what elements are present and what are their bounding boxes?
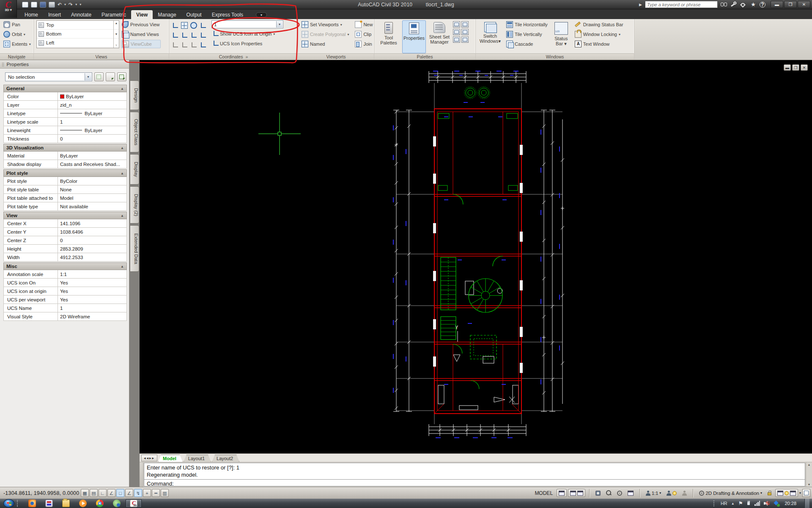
property-row[interactable]: Width4912.2533 bbox=[3, 253, 127, 262]
model-space-button[interactable]: MODEL bbox=[532, 490, 555, 496]
annotation-visibility-button[interactable] bbox=[664, 489, 679, 497]
ucs-zaxis-icon[interactable] bbox=[200, 32, 206, 39]
collapse-icon[interactable]: ▲ bbox=[121, 146, 124, 150]
lineweight-toggle[interactable]: ━ bbox=[152, 489, 160, 497]
ucs-z-icon[interactable] bbox=[190, 32, 197, 39]
ucs-view-icon[interactable] bbox=[172, 41, 178, 48]
ucs-icon[interactable] bbox=[200, 22, 206, 29]
property-row[interactable]: LinetypeByLayer bbox=[3, 109, 127, 118]
ucs-name-combo[interactable]: 1▾ bbox=[211, 20, 283, 28]
panel-caption-navigate[interactable]: Navigate bbox=[0, 53, 33, 60]
switch-windows-button[interactable]: Switch Windows▾ bbox=[478, 20, 502, 53]
property-row[interactable]: Linetype scale1 bbox=[3, 118, 127, 126]
views-listbox[interactable]: Top Bottom Left ▲ ▼ ▿ bbox=[36, 20, 119, 48]
new-viewport-button[interactable]: New bbox=[354, 20, 373, 29]
extents-button[interactable]: Extents▾ bbox=[3, 40, 32, 48]
window-locking-button[interactable]: Window Locking▾ bbox=[574, 30, 624, 39]
clean-screen-button[interactable] bbox=[802, 489, 810, 497]
scroll-up-icon[interactable]: ▲ bbox=[808, 463, 811, 466]
status-tray-group[interactable] bbox=[775, 489, 798, 497]
cascade-button[interactable]: Cascade bbox=[505, 40, 549, 48]
command-window-grip[interactable] bbox=[140, 462, 143, 487]
ucs-object-icon[interactable] bbox=[190, 22, 197, 29]
tab-output[interactable]: Output bbox=[181, 10, 207, 19]
status-bar-button[interactable]: Status Bar ▾ bbox=[552, 20, 571, 53]
set-viewports-button[interactable]: Set Viewports▾ bbox=[301, 20, 350, 29]
collapse-icon[interactable]: ▲ bbox=[121, 214, 124, 218]
pan-status-button[interactable] bbox=[593, 489, 603, 497]
taskbar-chrome[interactable] bbox=[92, 499, 108, 508]
collapse-icon[interactable]: ▲ bbox=[121, 265, 124, 268]
clip-viewport-button[interactable]: Clip bbox=[354, 30, 373, 39]
named-views-button[interactable]: Named Views bbox=[121, 30, 161, 39]
combo-arrow-icon[interactable]: ▾ bbox=[276, 21, 283, 28]
command-prompt[interactable]: Command: bbox=[144, 479, 805, 488]
create-polygonal-button[interactable]: Create Polygonal▾ bbox=[301, 30, 350, 39]
calculator-icon[interactable] bbox=[461, 29, 469, 35]
property-row[interactable]: Plot table attached toModel bbox=[3, 194, 127, 202]
restore-button[interactable]: ❐ bbox=[784, 1, 797, 8]
tab-insert[interactable]: Insert bbox=[43, 10, 66, 19]
materials-palette-icon[interactable] bbox=[453, 29, 460, 35]
action-center-flag-icon[interactable]: ⚑ bbox=[738, 500, 743, 506]
layout-tab-nav-icons[interactable]: ◂◂▸▸ bbox=[141, 455, 157, 461]
markup-set-manager-icon[interactable] bbox=[453, 21, 460, 28]
panel-caption-views[interactable]: Views bbox=[34, 53, 169, 60]
help-icon[interactable]: ? bbox=[760, 2, 765, 8]
property-row[interactable]: Plot styleByColor bbox=[3, 177, 127, 185]
ucs-previous-icon[interactable] bbox=[181, 22, 188, 29]
steeringwheel-button[interactable] bbox=[615, 489, 624, 497]
designcenter-icon[interactable] bbox=[461, 36, 469, 43]
start-button[interactable] bbox=[3, 499, 14, 508]
network-icon[interactable] bbox=[754, 501, 760, 506]
ucs-world-icon[interactable] bbox=[172, 22, 178, 29]
dropbox-icon[interactable] bbox=[774, 501, 779, 506]
search-icon[interactable] bbox=[721, 2, 727, 8]
application-menu-button[interactable]: C3D ▾ bbox=[0, 0, 17, 18]
grid-toggle[interactable]: ▤ bbox=[90, 489, 98, 497]
show-ucs-icon-button[interactable]: Show UCS Icon at Origin▾ bbox=[211, 30, 283, 38]
properties-palette-title[interactable]: ⣿ Properties bbox=[0, 60, 129, 69]
property-row[interactable]: Center Z0 bbox=[3, 236, 127, 245]
volume-muted-icon[interactable] bbox=[764, 501, 770, 506]
property-row[interactable]: Thickness0 bbox=[3, 135, 127, 143]
panel-launcher-icon[interactable]: » bbox=[245, 54, 248, 59]
panel-caption-coordinates[interactable]: Coordinates» bbox=[169, 53, 298, 60]
taskbar-media-player[interactable] bbox=[75, 499, 91, 508]
ucs-origin-icon[interactable] bbox=[181, 41, 188, 48]
show-desktop-button[interactable] bbox=[804, 499, 809, 508]
infocenter-expand-icon[interactable]: ▶ bbox=[639, 3, 642, 7]
collapse-icon[interactable]: ▲ bbox=[121, 87, 124, 91]
property-row[interactable]: Plot style tableNone bbox=[3, 185, 127, 194]
sheet-set-manager-button[interactable]: Sheet Set Manager bbox=[428, 20, 451, 53]
properties-palette-button[interactable]: Properties bbox=[402, 20, 426, 53]
dynamic-input-toggle[interactable]: + bbox=[143, 489, 151, 497]
viewcube-button[interactable]: ViewCube bbox=[121, 40, 161, 48]
taskbar-clock[interactable]: 20:28 bbox=[785, 501, 796, 506]
collapse-icon[interactable]: ▲ bbox=[121, 171, 124, 175]
ucs-named-icon[interactable] bbox=[200, 41, 206, 48]
section-header-misc[interactable]: Misc▲ bbox=[3, 262, 127, 270]
views-list-scrollbar[interactable]: ▲ ▼ ▿ bbox=[113, 21, 119, 48]
taskbar-messenger[interactable] bbox=[109, 499, 125, 508]
palette-tab-display[interactable]: Display bbox=[130, 154, 139, 185]
subscription-key-icon[interactable] bbox=[729, 0, 738, 9]
section-header-view[interactable]: View▲ bbox=[3, 212, 127, 219]
quick-properties-toggle[interactable]: ▥ bbox=[161, 489, 169, 497]
scroll-up-icon[interactable]: ▲ bbox=[115, 22, 118, 25]
dynamic-ucs-toggle[interactable]: ↯ bbox=[134, 489, 142, 497]
tab-manage[interactable]: Manage bbox=[153, 10, 181, 19]
annotation-scale-button[interactable]: 1:1▾ bbox=[644, 489, 663, 497]
tile-vertically-button[interactable]: Tile Vertically bbox=[505, 30, 549, 39]
tab-home[interactable]: Home bbox=[19, 10, 43, 19]
snap-toggle[interactable]: ▦ bbox=[81, 489, 89, 497]
tab-layout2[interactable]: Layout2 bbox=[212, 455, 239, 462]
model-paper-toggle[interactable] bbox=[557, 489, 567, 497]
ucs-x-icon[interactable] bbox=[172, 32, 178, 39]
tab-layout1[interactable]: Layout1 bbox=[184, 455, 211, 462]
previous-view-button[interactable]: Previous View bbox=[121, 20, 161, 29]
power-icon[interactable] bbox=[746, 501, 751, 506]
property-row[interactable]: Plot table typeNot available bbox=[3, 202, 127, 211]
palette-tab-extended-data[interactable]: Extended Data bbox=[130, 225, 139, 272]
workspace-switcher[interactable]: 2D Drafting & Annotation▾ bbox=[697, 489, 764, 497]
